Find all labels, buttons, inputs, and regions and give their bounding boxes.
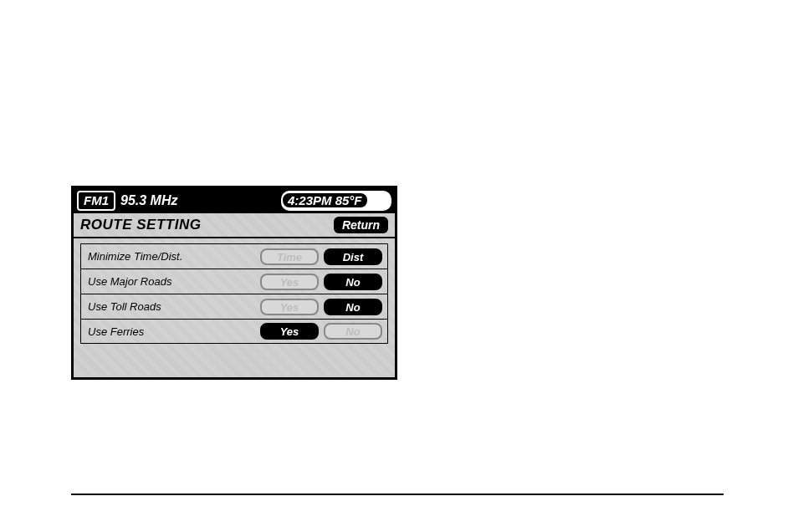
return-button[interactable]: Return [334, 217, 388, 233]
option-no[interactable]: No [324, 323, 382, 340]
settings-list: Minimize Time/Dist. Time Dist Use Major … [74, 238, 395, 350]
option-time[interactable]: Time [260, 248, 319, 265]
row-major-roads: Use Major Roads Yes No [80, 269, 388, 294]
option-no[interactable]: No [324, 299, 382, 315]
row-minimize: Minimize Time/Dist. Time Dist [80, 243, 388, 269]
radio-frequency: 95.3 MHz [120, 193, 276, 208]
option-no[interactable]: No [324, 274, 382, 290]
radio-band-badge: FM1 [77, 191, 115, 211]
top-status-bar: FM1 95.3 MHz 4:23PM 85°F [74, 188, 395, 213]
option-dist[interactable]: Dist [324, 248, 382, 265]
row-label: Use Ferries [81, 325, 260, 338]
row-toll-roads: Use Toll Roads Yes No [80, 294, 388, 319]
row-ferries: Use Ferries Yes No [80, 319, 388, 344]
row-label: Minimize Time/Dist. [81, 250, 260, 263]
option-yes[interactable]: Yes [260, 323, 319, 340]
nav-screen: FM1 95.3 MHz 4:23PM 85°F ROUTE SETTING R… [71, 186, 397, 380]
clock-temp-text: 4:23PM 85°F [283, 193, 367, 207]
option-yes[interactable]: Yes [260, 274, 319, 290]
row-label: Use Toll Roads [81, 300, 260, 313]
clock-temp-pill: 4:23PM 85°F [281, 191, 391, 211]
screen-header: ROUTE SETTING Return [74, 213, 395, 238]
page-title: ROUTE SETTING [80, 217, 329, 233]
page-divider [71, 494, 724, 495]
row-label: Use Major Roads [81, 275, 260, 288]
option-yes[interactable]: Yes [260, 299, 319, 315]
